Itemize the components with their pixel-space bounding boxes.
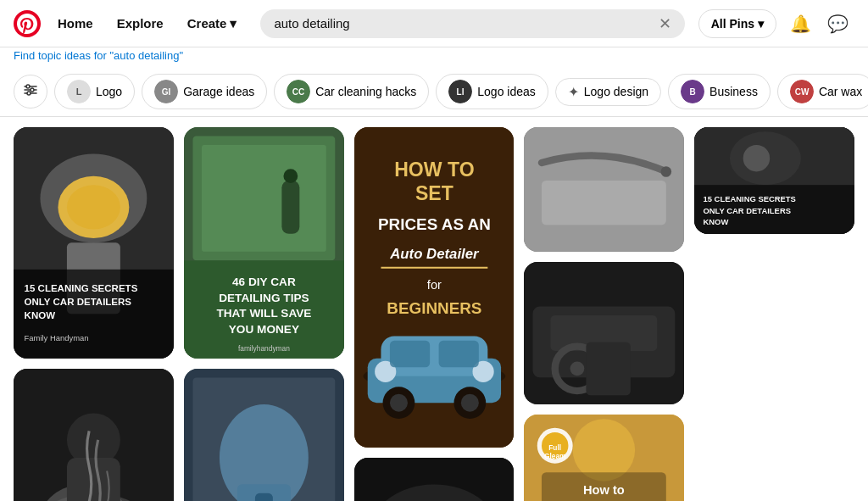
chip-label-business: Business: [709, 85, 758, 98]
svg-rect-63: [438, 341, 478, 367]
filter-settings-button[interactable]: [14, 75, 47, 109]
create-link[interactable]: Create ▾: [177, 9, 248, 38]
svg-rect-62: [390, 341, 430, 367]
all-pins-button[interactable]: All Pins ▾: [698, 9, 776, 38]
chip-label-car-wax: Car wax: [819, 85, 862, 98]
pin-card-5[interactable]: HOW TO SET PRICES AS AN Auto Detailer fo…: [354, 127, 515, 448]
svg-point-93: [573, 419, 635, 481]
pin-image-9: Full Gleam How to Start A Mobile Auto: [524, 415, 684, 501]
svg-rect-91: [587, 342, 631, 395]
filter-chip-garage-ideas[interactable]: GI Garage ideas: [142, 74, 267, 109]
svg-text:KNOW: KNOW: [704, 217, 729, 226]
pin-card-4[interactable]: 46 DIY Car Detailing Tips That Will Save…: [184, 369, 344, 501]
svg-text:How to: How to: [583, 483, 625, 497]
svg-text:for: for: [426, 278, 441, 292]
pin-card-2[interactable]: [14, 369, 174, 501]
svg-text:KNOW: KNOW: [25, 310, 56, 320]
svg-text:Auto Detailer: Auto Detailer: [389, 246, 480, 262]
svg-text:YOU MONEY: YOU MONEY: [229, 323, 299, 336]
svg-text:BEGINNERS: BEGINNERS: [387, 299, 481, 317]
pin-card-8[interactable]: [524, 262, 684, 404]
svg-point-90: [570, 361, 585, 376]
svg-point-22: [67, 185, 120, 229]
bell-icon: 🔔: [790, 14, 811, 34]
search-input[interactable]: [274, 16, 658, 31]
svg-text:46 DIY CAR: 46 DIY CAR: [232, 276, 296, 288]
svg-text:CC: CC: [292, 87, 304, 97]
svg-text:LI: LI: [457, 87, 465, 97]
svg-text:PRICES AS AN: PRICES AS AN: [378, 215, 491, 233]
chevron-down-icon: ▾: [758, 17, 764, 31]
svg-text:CW: CW: [795, 87, 810, 97]
svg-text:Gleam: Gleam: [544, 452, 566, 460]
svg-text:15 CLEANING SECRETS: 15 CLEANING SECRETS: [25, 283, 138, 293]
messages-button[interactable]: 💬: [821, 7, 854, 41]
svg-rect-33: [67, 458, 120, 501]
create-label: Create: [187, 16, 227, 31]
notifications-button[interactable]: 🔔: [783, 7, 817, 41]
svg-rect-38: [281, 181, 299, 234]
svg-text:SET: SET: [415, 182, 453, 204]
pin-image-10: 15 CLEANING SECRETS ONLY CAR DETAILERS K…: [694, 127, 854, 234]
chat-icon: 💬: [827, 14, 849, 34]
masonry-grid: 15 CLEANING SECRETS ONLY CAR DETAILERS K…: [0, 117, 868, 501]
svg-text:THAT WILL SAVE: THAT WILL SAVE: [216, 307, 311, 320]
top-nav: Home Explore Create ▾ ✕ All Pins ▾ 🔔 💬: [0, 0, 868, 47]
explore-link[interactable]: Explore: [107, 9, 174, 38]
svg-text:DETAILING TIPS: DETAILING TIPS: [219, 292, 309, 304]
svg-text:ONLY CAR DETAILERS: ONLY CAR DETAILERS: [25, 297, 132, 307]
pin-image-7: [524, 127, 684, 252]
svg-point-5: [31, 88, 34, 92]
chip-avatar-business: B: [681, 80, 704, 103]
chip-label-garage-ideas: Garage ideas: [183, 85, 254, 98]
svg-point-6: [27, 92, 31, 95]
pin-card-6[interactable]: [354, 458, 515, 501]
pin-card-3[interactable]: 46 DIY CAR DETAILING TIPS THAT WILL SAVE…: [184, 127, 344, 359]
pin-card-10[interactable]: 15 CLEANING SECRETS ONLY CAR DETAILERS K…: [694, 127, 854, 234]
svg-text:Family Handyman: Family Handyman: [25, 333, 89, 342]
filter-chip-logo-design[interactable]: ✦ Logo design: [555, 78, 661, 106]
svg-point-105: [743, 145, 770, 171]
svg-text:ONLY CAR DETAILERS: ONLY CAR DETAILERS: [704, 206, 791, 215]
svg-text:B: B: [689, 87, 695, 97]
nav-links: Home Explore Create ▾: [47, 9, 247, 38]
chip-label-logo: Logo: [96, 85, 122, 98]
pin-card-1[interactable]: 15 CLEANING SECRETS ONLY CAR DETAILERS K…: [14, 127, 174, 359]
svg-text:15 CLEANING SECRETS: 15 CLEANING SECRETS: [704, 194, 796, 203]
chip-avatar-logo-ideas: LI: [448, 80, 472, 103]
svg-rect-37: [202, 145, 326, 252]
chip-avatar-car-wax: CW: [790, 80, 814, 103]
svg-text:familyhandyman: familyhandyman: [238, 344, 290, 353]
svg-point-39: [283, 169, 298, 183]
pin-image-4: 46 DIY Car Detailing Tips That Will Save…: [184, 369, 344, 501]
all-pins-label: All Pins: [711, 17, 754, 31]
filter-chip-car-wax[interactable]: CW Car wax: [777, 74, 868, 109]
search-bar: ✕: [260, 9, 684, 38]
svg-text:L: L: [76, 86, 82, 97]
pin-card-9[interactable]: Full Gleam How to Start A Mobile Auto: [524, 415, 684, 501]
svg-rect-50: [255, 493, 273, 501]
filter-bar: L Logo GI Garage ideas CC Car cleaning h…: [0, 67, 868, 117]
svg-text:HOW TO: HOW TO: [394, 159, 474, 181]
pin-image-1: 15 CLEANING SECRETS ONLY CAR DETAILERS K…: [14, 127, 174, 359]
pin-image-6: [354, 458, 515, 501]
home-link[interactable]: Home: [47, 9, 103, 38]
search-clear-button[interactable]: ✕: [659, 16, 671, 31]
chip-label-logo-design: Logo design: [584, 85, 648, 98]
topic-link[interactable]: Find topic ideas for "auto detailing": [0, 47, 868, 67]
svg-point-4: [26, 85, 30, 88]
chip-avatar-logo: L: [67, 80, 91, 103]
svg-point-85: [661, 166, 672, 177]
filter-chip-car-cleaning[interactable]: CC Car cleaning hacks: [274, 74, 429, 109]
filter-chip-business[interactable]: B Business: [668, 74, 771, 109]
pinterest-logo[interactable]: [14, 10, 41, 37]
chip-avatar-car-cleaning: CC: [287, 80, 310, 103]
pin-card-7[interactable]: [524, 127, 684, 252]
svg-rect-84: [542, 181, 666, 225]
filter-chip-logo-ideas[interactable]: LI Logo ideas: [436, 74, 548, 109]
chevron-down-icon: ▾: [230, 16, 236, 31]
settings-icon: [23, 82, 38, 101]
filter-chip-logo[interactable]: L Logo: [54, 74, 135, 109]
pin-image-8: [524, 262, 684, 404]
pin-image-5: HOW TO SET PRICES AS AN Auto Detailer fo…: [354, 127, 515, 448]
